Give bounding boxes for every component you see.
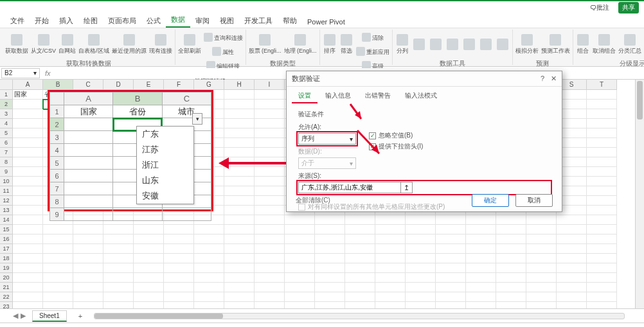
row-header[interactable]: 16 xyxy=(0,234,13,244)
row-header[interactable]: 18 xyxy=(0,254,13,263)
cell[interactable] xyxy=(557,283,587,292)
cell[interactable] xyxy=(496,244,526,254)
cell[interactable] xyxy=(375,244,406,254)
cell[interactable] xyxy=(557,225,587,234)
cell[interactable] xyxy=(13,215,43,225)
cell[interactable] xyxy=(436,273,466,283)
cell[interactable] xyxy=(73,234,103,244)
cell[interactable] xyxy=(224,109,255,119)
cell[interactable] xyxy=(164,244,194,254)
cell[interactable] xyxy=(43,292,73,302)
cell[interactable] xyxy=(43,263,73,273)
cell[interactable] xyxy=(255,302,285,308)
cell[interactable] xyxy=(557,292,587,302)
cell[interactable] xyxy=(13,109,43,119)
row-header[interactable]: 7 xyxy=(0,148,13,157)
cell[interactable] xyxy=(587,283,617,292)
flashfill-button[interactable] xyxy=(412,31,426,58)
share-button[interactable]: 共享 xyxy=(618,2,639,13)
cell[interactable] xyxy=(255,148,285,157)
horizontal-scrollbar[interactable] xyxy=(94,313,625,319)
cell[interactable] xyxy=(285,225,315,234)
cell[interactable] xyxy=(315,244,345,254)
cell[interactable] xyxy=(13,225,43,234)
cell[interactable] xyxy=(436,225,466,234)
row-header[interactable]: 12 xyxy=(0,196,13,206)
cell[interactable] xyxy=(194,273,224,283)
row-header[interactable]: 20 xyxy=(0,273,13,283)
props-button[interactable]: 属性 xyxy=(204,45,243,58)
cell[interactable] xyxy=(255,100,285,109)
cell[interactable] xyxy=(103,244,134,254)
cell[interactable] xyxy=(436,292,466,302)
cell[interactable] xyxy=(345,254,375,263)
cell[interactable] xyxy=(134,263,164,273)
sheet-tab[interactable]: Sheet1 xyxy=(32,310,67,322)
reapply-button[interactable]: 重新应用 xyxy=(356,45,389,58)
cell[interactable] xyxy=(466,234,496,244)
cell[interactable] xyxy=(255,215,285,225)
cell[interactable] xyxy=(375,302,406,308)
cell[interactable] xyxy=(375,283,406,292)
cell[interactable] xyxy=(255,128,285,138)
cell[interactable] xyxy=(43,273,73,283)
recent-button[interactable]: 最近使用的源 xyxy=(112,31,147,58)
cell[interactable] xyxy=(406,273,436,283)
cell[interactable] xyxy=(587,138,617,148)
cell[interactable] xyxy=(13,273,43,283)
column-header[interactable]: T xyxy=(587,80,617,90)
cell[interactable] xyxy=(436,302,466,308)
cell[interactable] xyxy=(315,254,345,263)
cell[interactable] xyxy=(526,254,557,263)
name-box[interactable]: B2▾ xyxy=(1,68,40,78)
cell[interactable] xyxy=(345,234,375,244)
dropdown-option[interactable]: 浙江 xyxy=(137,157,193,173)
row-header[interactable]: 3 xyxy=(0,109,13,119)
cell[interactable] xyxy=(224,119,255,128)
whatif-button[interactable]: 模拟分析 xyxy=(515,31,539,58)
texttocolumns-button[interactable]: 分列 xyxy=(395,31,409,58)
cell[interactable] xyxy=(194,244,224,254)
cell[interactable] xyxy=(315,283,345,292)
cell[interactable] xyxy=(224,128,255,138)
cell[interactable] xyxy=(496,273,526,283)
stocks-button[interactable]: 股票 (Engli... xyxy=(249,31,282,58)
cell[interactable] xyxy=(224,292,255,302)
comments-button[interactable]: 🗨 批注 xyxy=(586,2,613,13)
cell[interactable] xyxy=(224,186,255,196)
cell[interactable] xyxy=(436,263,466,273)
cell[interactable] xyxy=(73,283,103,292)
cell[interactable] xyxy=(194,283,224,292)
cell[interactable] xyxy=(13,148,43,157)
row-header[interactable]: 19 xyxy=(0,263,13,273)
sheet-nav-next[interactable]: ▶ xyxy=(21,312,26,320)
cell[interactable] xyxy=(406,234,436,244)
cell[interactable] xyxy=(134,244,164,254)
cell[interactable] xyxy=(345,263,375,273)
cell[interactable] xyxy=(194,225,224,234)
cell[interactable] xyxy=(587,109,617,119)
cell[interactable] xyxy=(587,148,617,157)
cell[interactable] xyxy=(255,206,285,215)
cell[interactable] xyxy=(587,215,617,225)
cell[interactable] xyxy=(526,244,557,254)
cell[interactable] xyxy=(134,225,164,234)
cell[interactable] xyxy=(224,225,255,234)
cell[interactable] xyxy=(466,302,496,308)
cell[interactable] xyxy=(194,302,224,308)
cell[interactable] xyxy=(466,273,496,283)
cell[interactable] xyxy=(194,234,224,244)
cell[interactable] xyxy=(13,234,43,244)
dropdown-option[interactable]: 安徽 xyxy=(137,188,193,204)
cell[interactable] xyxy=(255,273,285,283)
cell[interactable] xyxy=(466,292,496,302)
cell[interactable] xyxy=(406,283,436,292)
cell[interactable] xyxy=(587,225,617,234)
fx-icon[interactable]: fx xyxy=(45,69,51,77)
cell[interactable] xyxy=(224,283,255,292)
ribbon-tab-开发工具[interactable]: 开发工具 xyxy=(239,14,278,28)
from-table-button[interactable]: 自表格/区域 xyxy=(78,31,109,58)
ribbon-tab-审阅[interactable]: 审阅 xyxy=(190,14,215,28)
cell[interactable] xyxy=(224,206,255,215)
column-header[interactable]: D xyxy=(103,80,134,90)
